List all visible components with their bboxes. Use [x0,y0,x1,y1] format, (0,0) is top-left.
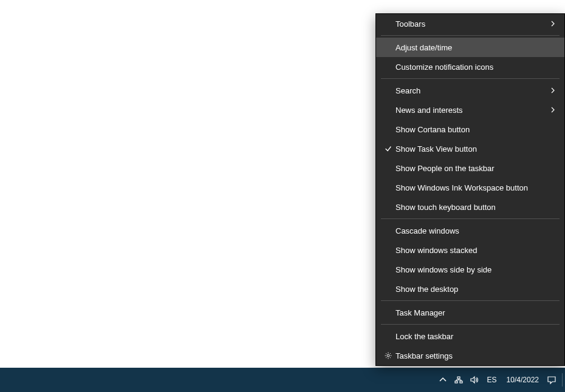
svg-point-8 [387,354,389,357]
network-button[interactable] [451,368,467,392]
system-tray: ES 10/4/2022 [435,368,563,392]
menu-item-icon-empty [381,245,396,255]
menu-item-label: Taskbar settings [396,351,557,360]
menu-item-task-manager[interactable]: Task Manager [376,303,564,322]
menu-item-icon-empty [381,42,396,52]
menu-item-taskbar-settings[interactable]: Taskbar settings [376,346,564,365]
svg-rect-1 [460,381,462,383]
volume-button[interactable] [467,368,482,392]
menu-item-show-ink[interactable]: Show Windows Ink Workspace button [376,178,564,197]
menu-item-label: Show Windows Ink Workspace button [396,183,557,192]
menu-separator [381,218,560,219]
clock-date: 10/4/2022 [507,376,539,384]
menu-item-label: Show windows stacked [396,246,557,255]
menu-separator [381,300,560,301]
menu-item-icon-empty [381,226,396,235]
action-center-button[interactable] [544,368,560,392]
show-desktop-sliver[interactable] [562,373,563,387]
menu-separator [381,35,560,36]
menu-item-icon-empty [381,265,396,274]
menu-item-show-touch-keyboard[interactable]: Show touch keyboard button [376,197,564,217]
menu-item-toolbars[interactable]: Toolbars [376,14,564,33]
menu-item-icon-empty [381,202,396,212]
menu-item-label: Customize notification icons [396,63,557,72]
check-icon [381,144,396,154]
menu-item-label: Show windows side by side [396,265,557,274]
menu-item-show-task-view[interactable]: Show Task View button [376,139,564,158]
gear-icon [381,351,396,360]
menu-item-icon-empty [381,62,396,72]
menu-item-cascade[interactable]: Cascade windows [376,221,564,240]
tray-overflow-button[interactable] [435,368,451,392]
menu-item-label: Show Cortana button [396,125,557,134]
menu-item-label: Show touch keyboard button [396,203,557,212]
menu-separator [381,78,560,79]
menu-separator [381,324,560,325]
menu-item-icon-empty [381,183,396,192]
menu-item-adjust-datetime[interactable]: Adjust date/time [376,38,564,57]
chevron-up-icon [437,374,448,385]
svg-rect-0 [455,381,457,383]
taskbar-context-menu: ToolbarsAdjust date/timeCustomize notifi… [375,13,565,366]
menu-item-label: Search [396,86,549,95]
chevron-right-icon [549,19,557,28]
menu-item-label: Show Task View button [396,144,557,154]
menu-item-side-by-side[interactable]: Show windows side by side [376,260,564,279]
menu-item-show-cortana[interactable]: Show Cortana button [376,120,564,139]
clock-button[interactable]: 10/4/2022 [502,368,544,392]
svg-marker-7 [471,377,474,383]
menu-item-label: News and interests [396,106,549,115]
menu-item-icon-empty [381,331,396,341]
taskbar[interactable]: ES 10/4/2022 [0,368,565,392]
menu-item-icon-empty [381,86,396,95]
svg-rect-2 [457,377,460,379]
menu-item-icon-empty [381,124,396,134]
menu-item-show-desktop[interactable]: Show the desktop [376,279,564,299]
menu-item-label: Task Manager [396,308,557,317]
menu-item-news-interests[interactable]: News and interests [376,100,564,120]
speaker-icon [469,374,480,385]
menu-item-search[interactable]: Search [376,81,564,100]
network-icon [453,374,464,385]
menu-item-icon-empty [381,19,396,29]
menu-item-stacked[interactable]: Show windows stacked [376,240,564,260]
language-label: ES [487,376,497,384]
menu-item-label: Adjust date/time [396,43,557,52]
menu-item-icon-empty [381,284,396,294]
menu-item-icon-empty [381,308,396,317]
desktop: ES 10/4/2022 ToolbarsAdjust date/timeCus… [0,0,565,392]
menu-item-icon-empty [381,163,396,173]
menu-item-label: Show the desktop [396,285,557,294]
menu-item-show-people[interactable]: Show People on the taskbar [376,158,564,178]
menu-item-customize-notification-icons[interactable]: Customize notification icons [376,57,564,76]
menu-item-label: Show People on the taskbar [396,164,557,173]
menu-item-label: Toolbars [396,19,549,29]
menu-item-lock-taskbar[interactable]: Lock the taskbar [376,326,564,346]
chevron-right-icon [549,106,557,114]
menu-item-label: Cascade windows [396,226,557,235]
chevron-right-icon [549,86,557,95]
menu-item-label: Lock the taskbar [396,332,557,341]
notification-icon [546,374,557,385]
menu-item-icon-empty [381,105,396,115]
language-indicator[interactable]: ES [482,368,502,392]
